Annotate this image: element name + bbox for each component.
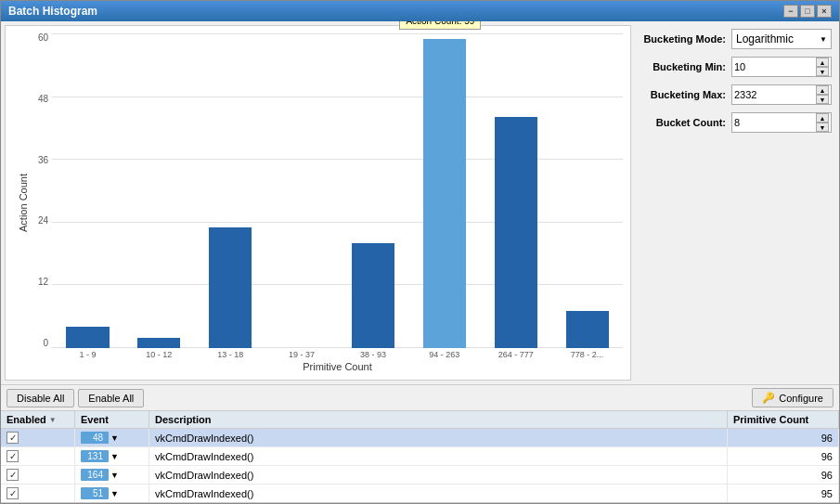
close-button[interactable]: × bbox=[817, 5, 832, 18]
x-label-3: 13 - 18 bbox=[195, 348, 266, 359]
x-label-8: 778 - 2... bbox=[551, 348, 623, 359]
sidebar-row-bucketing-min: Bucketing Min: ▲ ▼ bbox=[642, 57, 832, 77]
cell-event-4: 51 ▼ bbox=[75, 485, 149, 502]
bucketing-mode-value: Logarithmic bbox=[736, 32, 794, 45]
bucketing-mode-dropdown[interactable]: Logarithmic ▼ bbox=[731, 29, 832, 49]
checkbox-4[interactable] bbox=[6, 487, 19, 499]
bucket-count-label: Bucket Count: bbox=[642, 117, 726, 128]
bucketing-max-input[interactable]: ▲ ▼ bbox=[731, 84, 832, 105]
bar-group-4 bbox=[266, 33, 338, 348]
table-row: 51 ▼ vkCmdDrawIndexed() 95 bbox=[1, 485, 839, 503]
chart-plot: 0 12 24 36 48 60 bbox=[30, 33, 623, 348]
cell-enabled-3 bbox=[1, 466, 75, 484]
x-label-2: 10 - 12 bbox=[123, 348, 195, 359]
bucketing-min-down[interactable]: ▼ bbox=[816, 67, 829, 76]
event-badge-2: 131 bbox=[81, 450, 109, 462]
bars-area: 94 - 263 Action Count: 59 bbox=[52, 33, 623, 348]
dropdown-arrow-icon: ▼ bbox=[820, 35, 827, 44]
y-tick: 36 bbox=[30, 156, 52, 165]
enable-all-button[interactable]: Enable All bbox=[78, 389, 144, 407]
bucketing-min-spinners: ▲ ▼ bbox=[816, 58, 829, 76]
event-dropdown-3[interactable]: ▼ bbox=[110, 471, 119, 480]
configure-button[interactable]: 🔑 Configure bbox=[752, 388, 834, 407]
disable-all-button[interactable]: Disable All bbox=[6, 389, 74, 407]
y-tick: 12 bbox=[30, 278, 52, 287]
bars-row: 94 - 263 Action Count: 59 bbox=[52, 33, 623, 348]
header-enabled: Enabled ▼ bbox=[1, 411, 75, 428]
chart-container: Action Count 0 12 24 36 48 60 bbox=[13, 33, 623, 372]
cell-description-2: vkCmdDrawIndexed() bbox=[149, 447, 728, 465]
bar-group-8 bbox=[551, 33, 623, 348]
bucketing-max-label: Bucketing Max: bbox=[642, 89, 726, 100]
bucket-count-input[interactable]: ▲ ▼ bbox=[731, 112, 832, 133]
bar-group-5 bbox=[338, 33, 409, 348]
cell-event-1: 48 ▼ bbox=[75, 429, 149, 446]
bar-6[interactable] bbox=[423, 39, 466, 348]
bucketing-min-up[interactable]: ▲ bbox=[816, 58, 829, 67]
table-header: Enabled ▼ Event Description Primitive Co… bbox=[1, 411, 839, 429]
table-row: 131 ▼ vkCmdDrawIndexed() 96 bbox=[1, 447, 839, 466]
bar-group-7 bbox=[480, 33, 551, 348]
bucketing-min-field[interactable] bbox=[734, 61, 816, 72]
bar-8[interactable] bbox=[566, 311, 609, 348]
bar-2[interactable] bbox=[137, 338, 180, 348]
cell-primitive-count-3: 96 bbox=[728, 466, 839, 484]
maximize-button[interactable]: □ bbox=[800, 5, 815, 18]
bar-group-6: 94 - 263 Action Count: 59 bbox=[408, 33, 480, 348]
bucketing-mode-label: Bucketing Mode: bbox=[642, 33, 726, 45]
primitive-count-3: 96 bbox=[821, 470, 833, 481]
y-tick: 24 bbox=[30, 216, 52, 226]
cell-description-4: vkCmdDrawIndexed() bbox=[149, 485, 728, 502]
event-dropdown-1[interactable]: ▼ bbox=[110, 433, 119, 443]
x-label-7: 264 - 777 bbox=[480, 348, 551, 359]
bar-7[interactable] bbox=[495, 117, 537, 348]
x-label-6: 94 - 263 bbox=[408, 348, 480, 359]
y-tick: 60 bbox=[30, 33, 52, 43]
header-event: Event bbox=[75, 411, 149, 428]
bucketing-max-down[interactable]: ▼ bbox=[816, 95, 829, 104]
sort-icon-enabled: ▼ bbox=[49, 416, 57, 424]
description-1: vkCmdDrawIndexed() bbox=[155, 433, 253, 444]
sidebar-row-bucket-count: Bucket Count: ▲ ▼ bbox=[642, 112, 832, 133]
primitive-count-1: 96 bbox=[821, 433, 833, 444]
bucketing-min-label: Bucketing Min: bbox=[642, 61, 726, 72]
bucketing-max-spinners: ▲ ▼ bbox=[816, 85, 829, 104]
event-dropdown-4[interactable]: ▼ bbox=[110, 489, 119, 498]
checkbox-3[interactable] bbox=[6, 469, 19, 481]
chart-inner: 0 12 24 36 48 60 bbox=[30, 33, 623, 372]
bucketing-min-input[interactable]: ▲ ▼ bbox=[731, 57, 832, 77]
bucket-count-field[interactable] bbox=[734, 117, 816, 128]
bar-5[interactable] bbox=[352, 243, 394, 348]
event-dropdown-2[interactable]: ▼ bbox=[110, 452, 119, 461]
sidebar-row-bucketing-max: Bucketing Max: ▲ ▼ bbox=[642, 84, 832, 105]
bucketing-max-up[interactable]: ▲ bbox=[816, 85, 829, 95]
minimize-button[interactable]: − bbox=[783, 5, 798, 18]
cell-enabled-1 bbox=[1, 429, 75, 446]
header-event-label: Event bbox=[81, 414, 109, 425]
description-3: vkCmdDrawIndexed() bbox=[155, 470, 253, 481]
header-description: Description bbox=[149, 411, 728, 428]
window-title: Batch Histogram bbox=[8, 5, 97, 18]
bar-1[interactable] bbox=[66, 327, 109, 348]
y-tick: 0 bbox=[30, 339, 52, 348]
chart-area: Action Count 0 12 24 36 48 60 bbox=[5, 25, 631, 381]
bar-group-2 bbox=[123, 33, 195, 348]
cell-event-2: 131 ▼ bbox=[75, 447, 149, 465]
checkbox-2[interactable] bbox=[6, 450, 19, 462]
header-primitive-count-label: Primitive Count bbox=[733, 414, 808, 425]
table-section: Enabled ▼ Event Description Primitive Co… bbox=[1, 410, 839, 503]
bar-3[interactable] bbox=[209, 227, 252, 348]
bucket-count-up[interactable]: ▲ bbox=[816, 113, 829, 123]
bottom-section: Disable All Enable All 🔑 Configure Enabl… bbox=[1, 384, 839, 503]
table-row: 48 ▼ vkCmdDrawIndexed() 96 bbox=[1, 429, 839, 447]
key-icon: 🔑 bbox=[762, 392, 775, 404]
bucketing-max-field[interactable] bbox=[734, 89, 816, 100]
cell-description-1: vkCmdDrawIndexed() bbox=[149, 429, 728, 446]
checkbox-1[interactable] bbox=[6, 432, 19, 444]
event-badge-4: 51 bbox=[81, 487, 109, 499]
bucket-count-down[interactable]: ▼ bbox=[816, 123, 829, 132]
title-bar: Batch Histogram − □ × bbox=[1, 1, 839, 21]
x-label-1: 1 - 9 bbox=[52, 348, 123, 359]
cell-enabled-4 bbox=[1, 485, 75, 502]
x-label-5: 38 - 93 bbox=[338, 348, 409, 359]
